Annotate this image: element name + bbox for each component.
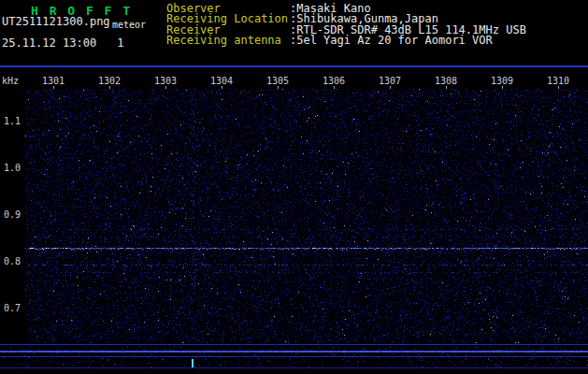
info-value-antenna: :5el Yagi Az 20 for Aomori VOR <box>290 34 493 47</box>
freq-axis-unit: kHz <box>2 76 19 86</box>
run-counter: 1 <box>117 36 123 50</box>
freq-tick-label: 1.0 <box>0 163 21 173</box>
freq-tick-label: 0.8 <box>0 256 21 266</box>
spectrogram <box>25 89 588 343</box>
mode-label: meteor <box>112 20 146 30</box>
time-tick-label: 1308 <box>418 76 474 86</box>
datetime-value: 25.11.12 13:00 <box>2 36 96 50</box>
time-tick-label: 1302 <box>81 76 137 86</box>
time-tick-label: 1304 <box>194 76 250 86</box>
time-tick-label: 1305 <box>250 76 306 86</box>
signal-level-strip <box>0 346 588 368</box>
time-tick-label: 1303 <box>137 76 194 86</box>
freq-tick-label: 1.1 <box>0 116 21 126</box>
strip-separator-line <box>0 344 588 345</box>
time-tick-label: 1307 <box>362 76 418 86</box>
datetime-text: 25.11.12 13:001 <box>2 36 123 50</box>
time-tick-label: 1309 <box>474 76 530 86</box>
time-axis-labels: 1301 1302 1303 1304 1305 1306 1307 1308 … <box>25 76 588 86</box>
output-filename: UT2511121300.png <box>2 15 110 28</box>
station-info: Observer:Masaki Kano Receiving Location:… <box>166 4 526 47</box>
header-separator-line <box>0 65 588 67</box>
hrofft-output-screen: H R O F F T UT2511121300.png meteor 25.1… <box>0 0 588 374</box>
info-row-antenna: Receiving antenna:5el Yagi Az 20 for Aom… <box>166 36 526 46</box>
time-tick-label: 1301 <box>25 76 81 86</box>
time-tick-label: 1306 <box>306 76 362 86</box>
info-label-antenna: Receiving antenna <box>166 36 290 46</box>
freq-tick-label: 0.9 <box>0 209 21 220</box>
freq-tick-label: 0.7 <box>0 303 21 313</box>
time-tick-label: 1310 <box>530 76 586 86</box>
